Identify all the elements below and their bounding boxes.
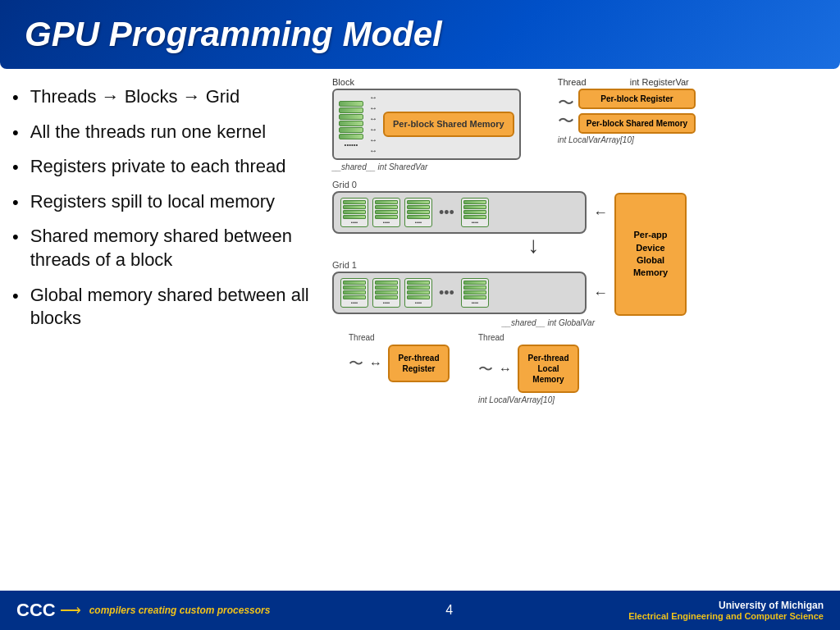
thread-dots: •••••• (339, 141, 363, 148)
department-name: Electrical Engineering and Computer Scie… (628, 611, 824, 621)
arrow-5: ↔ (369, 136, 377, 144)
thread-line-3 (339, 114, 363, 120)
shared-global-caption: __shared__ int GlobalVar (502, 318, 595, 327)
bullet-item-4: • Registers spill to local memory (12, 190, 332, 214)
vert-arrow: ↓ (459, 232, 608, 258)
mt-g1-dots2: •••• (375, 300, 398, 305)
grids-column: Grid 0 •••• (332, 176, 608, 329)
block-diagram: Block •••••• ↔ ↔ ↔ ↔ (332, 77, 521, 171)
ccc-logo: CCC ⟶ (16, 600, 81, 621)
mt-g1-13 (463, 281, 486, 285)
mt-15 (463, 210, 486, 214)
mt-3 (343, 210, 366, 214)
mt-g1-dots1: •••• (343, 300, 366, 305)
grids-and-global: Grid 0 •••• (332, 176, 828, 329)
slide-header: GPU Programming Model (0, 0, 840, 69)
bullet-text-4: Registers spill to local memory (30, 190, 275, 214)
thread-line-6 (339, 134, 363, 139)
grid0-outer: •••• •••• (332, 191, 608, 234)
mt-13 (463, 200, 486, 204)
mini-block-g0-1: •••• (340, 198, 368, 227)
mt-g1-1 (343, 281, 366, 285)
mt-g1-dots4: •••• (463, 300, 486, 305)
squiggle-bottom1: 〜 (349, 354, 363, 373)
bullet-list: • Threads → Blocks → Grid • All the thre… (12, 77, 332, 573)
grid0-box: •••• •••• (332, 191, 587, 234)
slide-title: GPU Programming Model (25, 15, 442, 53)
bullet-dot-3: • (12, 157, 19, 178)
per-block-register-box: Per-block Register (578, 89, 696, 109)
block-label: Block (332, 77, 354, 87)
mt-g1-11 (407, 290, 430, 294)
mt-dots1: •••• (343, 220, 366, 225)
mt-7 (375, 210, 398, 214)
per-thread-reg-inner: 〜 ↔ Per-thread Register (349, 345, 450, 382)
global-mem-area: Per-app Device Global Memory (614, 176, 687, 316)
arrow-6: ↔ (369, 147, 377, 155)
grid1-label: Grid 1 (332, 260, 357, 270)
ccc-arrow-icon: ⟶ (60, 601, 81, 619)
mini-block-g1-4: •••• (461, 278, 489, 308)
per-block-shared-mem-box2: Per-block Shared Memory (578, 113, 696, 134)
mt-10 (407, 205, 430, 209)
ccc-tagline: compilers creating custom processors (89, 605, 271, 616)
grid1-box: •••• •••• (332, 272, 587, 314)
grid0-arrow: ← (593, 204, 608, 221)
mt-g1-7 (375, 290, 398, 294)
mt-g1-14 (463, 285, 486, 290)
diagrams-area: Block •••••• ↔ ↔ ↔ ↔ (332, 77, 828, 573)
squiggle-bottom-icon2: 〜 (478, 359, 493, 379)
per-app-text: Per-app Device Global Memory (624, 229, 677, 280)
grid0-label: Grid 0 (332, 180, 357, 189)
shared-int-caption: __shared__ int SharedVar (332, 162, 427, 171)
mt-g1-5 (375, 281, 398, 285)
per-thread-local-item: Thread 〜 ↔ Per-thread Local Memory int L… (478, 333, 579, 404)
mt-2 (343, 205, 366, 209)
bullet-text-5: Shared memory shared between threads of … (30, 225, 332, 272)
arrows-col: ↔ ↔ ↔ ↔ ↔ ↔ (369, 94, 377, 155)
mini-block-g0-2: •••• (372, 198, 400, 227)
per-thread-local-box: Per-thread Local Memory (518, 345, 579, 393)
thread-line-1 (339, 101, 363, 107)
bullet-dot-5: • (12, 226, 19, 248)
mt-6 (375, 205, 398, 209)
block-box: •••••• ↔ ↔ ↔ ↔ ↔ ↔ Per-block Shared Memo… (332, 89, 521, 160)
int-localvar-bottom-caption: int LocalVarArray[10] (478, 395, 555, 404)
thread-line-2 (339, 107, 363, 113)
mt-4 (343, 215, 366, 219)
bullet-text-2: All the threads run one kernel (30, 121, 266, 144)
mt-dots3: •••• (407, 220, 430, 225)
grid0-section: Grid 0 •••• (332, 176, 608, 234)
main-content: • Threads → Blocks → Grid • All the thre… (0, 69, 840, 578)
squiggle-col: 〜 〜 (558, 94, 574, 129)
thread-register-diagram: Thread int RegisterVar 〜 〜 Per-block Reg… (558, 77, 696, 144)
arrow-3: ↔ (369, 115, 377, 123)
mt-g1-2 (343, 285, 366, 290)
bullet-item-2: • All the threads run one kernel (12, 121, 332, 144)
mt-g1-15 (463, 290, 486, 294)
top-diagrams-row: Block •••••• ↔ ↔ ↔ ↔ (332, 77, 828, 171)
mt-g1-6 (375, 285, 398, 290)
grid0-dots: ••• (439, 204, 454, 221)
mt-g1-10 (407, 285, 430, 290)
int-localvar-top-caption: int LocalVarArray[10] (558, 135, 634, 144)
thread-stack: •••••• (339, 101, 363, 148)
per-block-shared-text: Per-block Shared Memory (587, 119, 687, 128)
thread-label-bottom2: Thread (478, 333, 504, 342)
mini-block-g1-2: •••• (372, 278, 400, 308)
mt-5 (375, 200, 398, 204)
per-block-reg-text: Per-block Register (600, 94, 673, 103)
shared-global-caption-area: __shared__ int GlobalVar (332, 314, 595, 329)
bullet-dot-2: • (12, 122, 19, 144)
arrow-bottom1: ↔ (369, 356, 382, 371)
bottom-diagrams: Thread 〜 ↔ Per-thread Register Thread 〜 (332, 333, 828, 404)
bullet-item-1: • Threads → Blocks → Grid (12, 85, 332, 109)
slide-footer: CCC ⟶ compilers creating custom processo… (0, 591, 840, 630)
reg-boxes: Per-block Register Per-block Shared Memo… (578, 89, 696, 134)
mini-block-g1-3: •••• (404, 278, 432, 308)
mt-14 (463, 205, 486, 209)
mt-9 (407, 200, 430, 204)
mt-11 (407, 210, 430, 214)
mt-g1-8 (375, 295, 398, 299)
bullet-text-1: Threads → Blocks → Grid (30, 85, 240, 109)
